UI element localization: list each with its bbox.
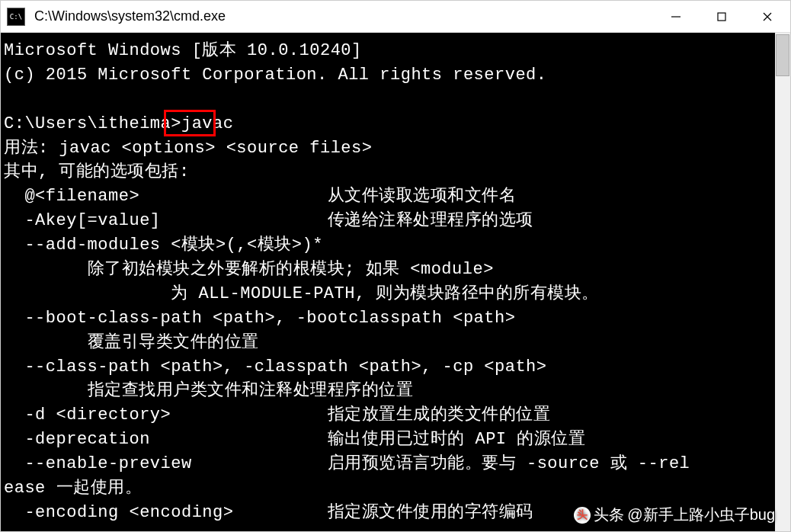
window-title: C:\Windows\system32\cmd.exe [34, 8, 653, 24]
minimize-button[interactable] [653, 1, 699, 32]
scrollbar-thumb[interactable] [776, 34, 789, 76]
terminal-output: Microsoft Windows [版本 10.0.10240] (c) 20… [1, 33, 790, 531]
app-icon: C:\ [7, 8, 25, 26]
minimize-icon [671, 11, 681, 22]
maximize-button[interactable] [699, 1, 745, 32]
scrollbar-track[interactable] [775, 33, 790, 531]
close-button[interactable] [745, 1, 790, 32]
titlebar[interactable]: C:\ C:\Windows\system32\cmd.exe [1, 1, 790, 33]
window-controls [653, 1, 790, 32]
terminal-area[interactable]: Microsoft Windows [版本 10.0.10240] (c) 20… [1, 33, 790, 531]
svg-rect-1 [718, 13, 725, 21]
maximize-icon [716, 11, 727, 22]
close-icon [762, 11, 773, 22]
window-frame: C:\ C:\Windows\system32\cmd.exe Microsof… [0, 0, 791, 532]
